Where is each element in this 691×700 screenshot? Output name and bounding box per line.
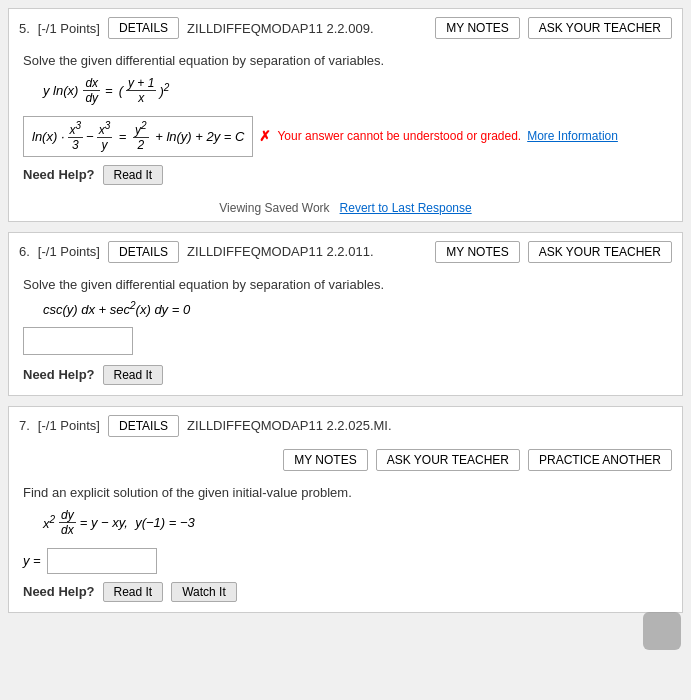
q7-description: Find an explicit solution of the given i…: [23, 485, 668, 500]
q6-my-notes-button[interactable]: MY NOTES: [435, 241, 519, 263]
q5-answer-row: ln(x) · x3 3 − x3 y = y2 2 +: [23, 116, 668, 157]
q5-course-id: ZILLDIFFEQMODAP11 2.2.009.: [187, 21, 427, 36]
q7-watch-it-button[interactable]: Watch It: [171, 582, 237, 602]
page: 5. [-/1 Points] DETAILS ZILLDIFFEQMODAP1…: [0, 0, 691, 631]
q6-number: 6.: [19, 244, 30, 259]
q5-error-icon: ✗: [259, 128, 271, 144]
scroll-button[interactable]: [643, 612, 681, 650]
q7-body: Find an explicit solution of the given i…: [9, 479, 682, 612]
question-6-header: 6. [-/1 Points] DETAILS ZILLDIFFEQMODAP1…: [9, 233, 682, 271]
q5-description: Solve the given differential equation by…: [23, 53, 668, 68]
question-5-block: 5. [-/1 Points] DETAILS ZILLDIFFEQMODAP1…: [8, 8, 683, 222]
q7-y-input[interactable]: [47, 548, 157, 574]
q7-practice-button[interactable]: PRACTICE ANOTHER: [528, 449, 672, 471]
q5-revert-link[interactable]: Revert to Last Response: [340, 201, 472, 215]
q6-course-id: ZILLDIFFEQMODAP11 2.2.011.: [187, 244, 427, 259]
q7-y-input-row: y =: [23, 548, 668, 574]
q7-my-notes-button[interactable]: MY NOTES: [283, 449, 367, 471]
q5-read-it-button[interactable]: Read It: [103, 165, 164, 185]
q5-error-link[interactable]: More Information: [527, 129, 618, 143]
q5-my-notes-button[interactable]: MY NOTES: [435, 17, 519, 39]
question-7-block: 7. [-/1 Points] DETAILS ZILLDIFFEQMODAP1…: [8, 406, 683, 613]
q6-points: [-/1 Points]: [38, 244, 100, 259]
q7-course-id: ZILLDIFFEQMODAP11 2.2.025.MI.: [187, 418, 672, 433]
q7-y-label: y =: [23, 553, 41, 568]
q6-ask-teacher-button[interactable]: ASK YOUR TEACHER: [528, 241, 672, 263]
q7-read-it-button[interactable]: Read It: [103, 582, 164, 602]
q7-need-help-label: Need Help?: [23, 584, 95, 599]
q7-number: 7.: [19, 418, 30, 433]
q7-equation: x2 dy dx = y − xy, y(−1) = −3: [43, 508, 668, 538]
q6-read-it-button[interactable]: Read It: [103, 365, 164, 385]
q6-equation: csc(y) dx + sec2(x) dy = 0: [43, 300, 668, 317]
q7-details-button[interactable]: DETAILS: [108, 415, 179, 437]
q5-equation: y ln(x) dx dy = ( y + 1 x )2: [43, 76, 668, 106]
question-6-block: 6. [-/1 Points] DETAILS ZILLDIFFEQMODAP1…: [8, 232, 683, 396]
q5-ask-teacher-button[interactable]: ASK YOUR TEACHER: [528, 17, 672, 39]
q6-description: Solve the given differential equation by…: [23, 277, 668, 292]
q5-viewing-saved: Viewing Saved Work: [219, 201, 329, 215]
q5-saved-work-row: Viewing Saved Work Revert to Last Respon…: [9, 195, 682, 221]
question-7-header: 7. [-/1 Points] DETAILS ZILLDIFFEQMODAP1…: [9, 407, 682, 445]
q5-need-help-label: Need Help?: [23, 167, 95, 182]
q6-body: Solve the given differential equation by…: [9, 271, 682, 395]
q5-details-button[interactable]: DETAILS: [108, 17, 179, 39]
q6-details-button[interactable]: DETAILS: [108, 241, 179, 263]
q7-buttons-row: MY NOTES ASK YOUR TEACHER PRACTICE ANOTH…: [9, 445, 682, 479]
q5-need-help-row: Need Help? Read It: [23, 165, 668, 185]
q7-need-help-row: Need Help? Read It Watch It: [23, 582, 668, 602]
q7-points: [-/1 Points]: [38, 418, 100, 433]
q5-points: [-/1 Points]: [38, 21, 100, 36]
q6-need-help-label: Need Help?: [23, 367, 95, 382]
q5-body: Solve the given differential equation by…: [9, 47, 682, 195]
q7-ask-teacher-button[interactable]: ASK YOUR TEACHER: [376, 449, 520, 471]
q5-error-text: Your answer cannot be understood or grad…: [277, 129, 521, 143]
q6-need-help-row: Need Help? Read It: [23, 365, 668, 385]
q5-number: 5.: [19, 21, 30, 36]
question-5-header: 5. [-/1 Points] DETAILS ZILLDIFFEQMODAP1…: [9, 9, 682, 47]
q5-answer-expression: ln(x) · x3 3 − x3 y = y2 2 +: [23, 116, 253, 157]
q6-answer-input[interactable]: [23, 327, 133, 355]
